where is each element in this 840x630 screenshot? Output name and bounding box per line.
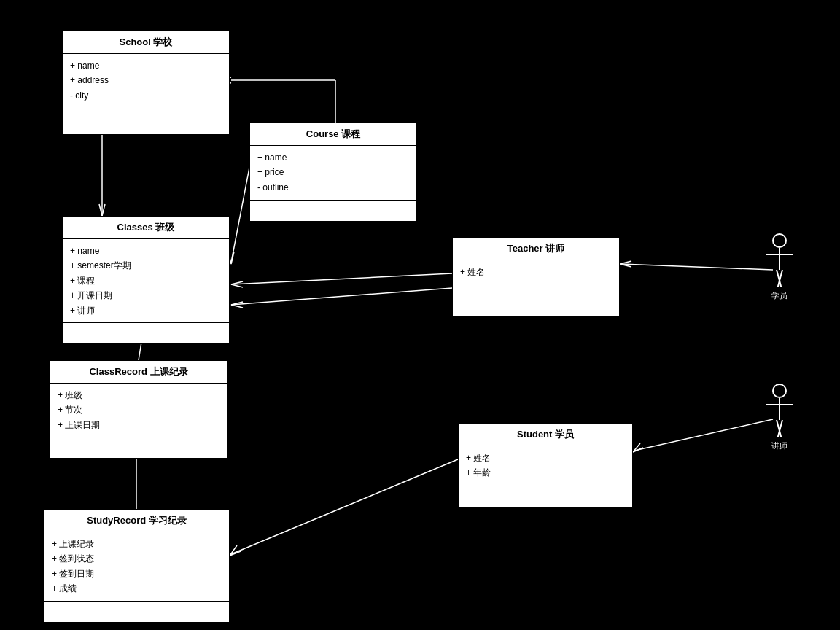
classes-attr-4: + 开课日期 <box>70 288 222 303</box>
svg-line-10 <box>231 459 458 554</box>
svg-line-5 <box>231 288 452 305</box>
course-class-box: Course 课程 + name + price - outline <box>249 122 417 222</box>
teacher-class-box: Teacher 讲师 + 姓名 <box>452 237 620 316</box>
actor-xueyuan: 学员 <box>771 233 788 301</box>
teacher-title: Teacher 讲师 <box>453 238 619 260</box>
actor-xueyuan-body <box>779 248 780 270</box>
course-attr-1: + name <box>257 150 409 165</box>
teacher-methods <box>453 295 619 316</box>
studyrecord-class-box: StudyRecord 学习纪录 + 上课纪录 + 签到状态 + 签到日期 + … <box>44 509 230 623</box>
svg-line-4 <box>231 273 452 284</box>
teacher-attrs: + 姓名 <box>453 260 619 295</box>
classes-attr-2: + semester学期 <box>70 258 222 273</box>
svg-line-2 <box>231 168 249 262</box>
svg-line-11 <box>621 264 773 270</box>
student-attr-2: + 年龄 <box>466 465 625 480</box>
actor-xueyuan-arms <box>766 254 793 255</box>
actor-jiangshu-body <box>779 398 780 420</box>
classes-class-box: Classes 班级 + name + semester学期 + 课程 + 开课… <box>62 216 230 344</box>
classrecord-title: ClassRecord 上课纪录 <box>50 361 227 384</box>
studyrecord-attr-1: + 上课纪录 <box>52 537 222 551</box>
course-title: Course 课程 <box>250 123 416 146</box>
studyrecord-attrs: + 上课纪录 + 签到状态 + 签到日期 + 成绩 <box>44 532 229 602</box>
teacher-attr-1: + 姓名 <box>460 265 612 279</box>
studyrecord-methods <box>44 602 229 622</box>
school-attr-3: - city <box>70 88 222 103</box>
classes-attr-1: + name <box>70 244 222 258</box>
classrecord-attr-2: + 节次 <box>58 402 219 417</box>
svg-line-12 <box>634 419 773 451</box>
course-attr-3: - outline <box>257 180 409 195</box>
actor-jiangshu-label: 讲师 <box>771 440 788 451</box>
actor-xueyuan-head <box>772 233 787 248</box>
classes-methods <box>63 323 229 343</box>
student-methods <box>459 486 632 507</box>
course-methods <box>250 201 416 221</box>
studyrecord-title: StudyRecord 学习纪录 <box>44 510 229 532</box>
actor-jiangshu-arms <box>766 404 793 405</box>
actor-jiangshu: 讲师 <box>771 384 788 451</box>
studyrecord-attr-2: + 签到状态 <box>52 551 222 566</box>
school-title: School 学校 <box>63 31 229 54</box>
student-attrs: + 姓名 + 年龄 <box>459 446 632 486</box>
actor-xueyuan-legs <box>776 270 783 287</box>
actor-jiangshu-head <box>772 384 787 398</box>
classes-attr-5: + 讲师 <box>70 303 222 318</box>
classes-title: Classes 班级 <box>63 217 229 239</box>
school-methods <box>63 112 229 134</box>
student-title: Student 学员 <box>459 424 632 446</box>
classrecord-attr-3: + 上课日期 <box>58 418 219 432</box>
classrecord-attrs: + 班级 + 节次 + 上课日期 <box>50 384 227 438</box>
studyrecord-attr-4: + 成绩 <box>52 581 222 596</box>
student-attr-1: + 姓名 <box>466 451 625 465</box>
school-class-box: School 学校 + name + address - city <box>62 31 230 135</box>
classes-attr-3: + 课程 <box>70 273 222 288</box>
actor-jiangshu-legs <box>776 420 783 438</box>
course-attrs: + name + price - outline <box>250 146 416 201</box>
school-attr-2: + address <box>70 73 222 88</box>
actor-xueyuan-label: 学员 <box>771 290 788 301</box>
studyrecord-attr-3: + 签到日期 <box>52 567 222 581</box>
classes-attrs: + name + semester学期 + 课程 + 开课日期 + 讲师 <box>63 239 229 323</box>
student-class-box: Student 学员 + 姓名 + 年龄 <box>458 423 633 508</box>
classrecord-attr-1: + 班级 <box>58 388 219 402</box>
classrecord-methods <box>50 438 227 458</box>
course-attr-2: + price <box>257 165 409 179</box>
classrecord-class-box: ClassRecord 上课纪录 + 班级 + 节次 + 上课日期 <box>50 360 228 459</box>
school-attrs: + name + address - city <box>63 54 229 112</box>
school-attr-1: + name <box>70 58 222 73</box>
